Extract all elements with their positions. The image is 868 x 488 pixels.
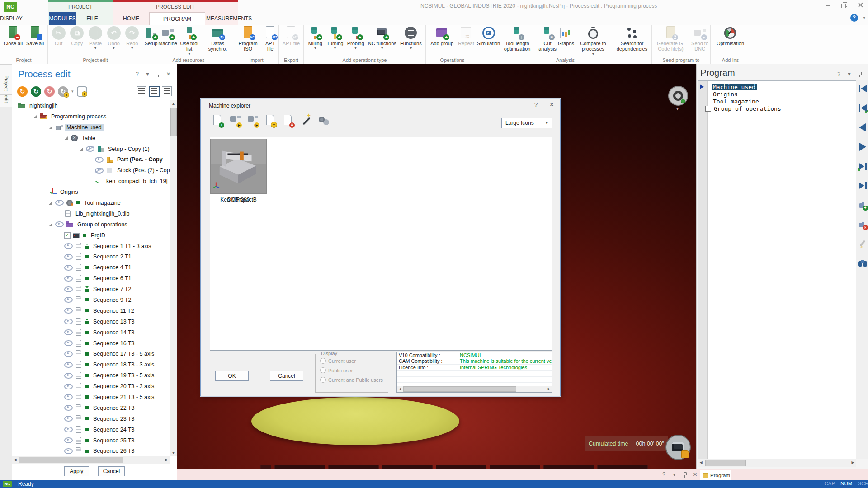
- dropdown-arrow-icon[interactable]: ▾: [189, 52, 190, 56]
- tree-row[interactable]: Sequence 18 T3 - 3 axis: [12, 359, 170, 370]
- visibility-eye-icon[interactable]: [55, 200, 64, 206]
- visibility-eye-icon[interactable]: [64, 276, 73, 282]
- dialog-tool-icon[interactable]: [282, 114, 295, 128]
- dialog-tool-icon[interactable]: [212, 114, 224, 128]
- node-label[interactable]: Sequence 2 T1: [91, 253, 133, 260]
- node-label[interactable]: Sequence 16 T3: [91, 340, 137, 347]
- tree-row[interactable]: Setup - Copy (1): [12, 144, 170, 155]
- node-label[interactable]: Part (Pos. - Copy: [115, 156, 165, 163]
- ribbon-button[interactable]: Cut analysis ▾: [537, 26, 558, 52]
- program-node-label[interactable]: Origins: [712, 91, 739, 98]
- program-help-icon[interactable]: ?: [836, 71, 842, 77]
- viewport-close-icon[interactable]: ✕: [692, 472, 698, 478]
- tree-horizontal-scrollbar[interactable]: ◀▶: [12, 456, 170, 464]
- tree-row[interactable]: PrgID: [12, 230, 170, 241]
- tree-row[interactable]: Sequence 4 T1: [12, 262, 170, 273]
- tree-row[interactable]: ken_compact_b_tch_19[: [12, 176, 170, 187]
- program-tool-icon[interactable]: [857, 239, 868, 249]
- ribbon-button[interactable]: Compare to processes ▾: [574, 26, 613, 56]
- ribbon-tab[interactable]: PROGRAM: [149, 12, 205, 25]
- ribbon-button[interactable]: Optimisation ▾: [717, 26, 744, 46]
- visibility-eye-icon[interactable]: [64, 329, 73, 335]
- ribbon-button[interactable]: Copy ▾: [69, 26, 85, 46]
- node-label[interactable]: Sequence 14 T3: [91, 329, 137, 336]
- visibility-eye-icon[interactable]: [64, 394, 73, 400]
- tree-row[interactable]: Sequence 1 T1 - 3 axis: [12, 241, 170, 252]
- tree-row[interactable]: Part (Pos. - Copy: [12, 154, 170, 165]
- expander-icon[interactable]: [80, 147, 83, 151]
- viewport-help-icon[interactable]: ?: [661, 472, 667, 478]
- table-horizontal-scrollbar[interactable]: ◀▶: [397, 386, 552, 392]
- node-label[interactable]: Sequence 11 T2: [91, 307, 136, 314]
- tree-row[interactable]: Sequence 20 T3 - 3 axis: [12, 381, 170, 392]
- ribbon-button[interactable]: Send to DNC ▾: [689, 26, 710, 52]
- program-tool-icon[interactable]: [857, 123, 868, 132]
- ribbon-button[interactable]: Tool length optimization ▾: [498, 26, 537, 52]
- program-menu-icon[interactable]: ▾: [846, 71, 852, 77]
- tree-row[interactable]: Sequence 11 T2: [12, 305, 170, 316]
- node-label[interactable]: Sequence 22 T3: [91, 404, 137, 412]
- node-label[interactable]: Sequence 25 T3: [91, 437, 137, 444]
- tree-row[interactable]: Sequence 9 T2: [12, 295, 170, 305]
- restore-button[interactable]: [841, 2, 847, 8]
- tree-row[interactable]: Stock (Pos. (2) - Cop: [12, 165, 170, 176]
- view-details-icon[interactable]: [149, 86, 159, 96]
- program-tool-icon[interactable]: [857, 259, 868, 268]
- display-option[interactable]: Current user: [320, 358, 388, 364]
- expander-icon[interactable]: [49, 223, 52, 226]
- program-tool-icon[interactable]: [857, 181, 868, 190]
- panel-pin-icon[interactable]: [155, 71, 161, 77]
- tree-row[interactable]: Sequence 2 T1: [12, 251, 170, 262]
- tree-row[interactable]: Group of operations: [12, 219, 170, 230]
- ribbon-button[interactable]: APT file ▾: [283, 26, 300, 46]
- node-label[interactable]: Sequence 9 T2: [91, 296, 133, 304]
- dropdown-arrow-icon[interactable]: ▾: [314, 47, 316, 51]
- program-tree-row[interactable]: Origins: [698, 90, 856, 98]
- tree-row[interactable]: Sequence 7 T2: [12, 284, 170, 295]
- tree-row[interactable]: Sequence 23 T3: [12, 413, 170, 424]
- ribbon-button[interactable]: Search for dependencies ▾: [613, 26, 651, 52]
- radio-icon[interactable]: [320, 367, 326, 373]
- ribbon-button[interactable]: Milling ▾: [307, 26, 323, 51]
- tree-row[interactable]: Tool magazine: [12, 197, 170, 208]
- visibility-eye-icon[interactable]: [64, 448, 73, 454]
- expand-plus-icon[interactable]: [705, 106, 711, 112]
- node-label[interactable]: Sequence 7 T2: [91, 286, 133, 293]
- refresh-red-icon[interactable]: [44, 86, 55, 97]
- dropdown-arrow-icon[interactable]: ▾: [592, 52, 594, 56]
- program-tool-icon[interactable]: [857, 220, 868, 229]
- program-node-label[interactable]: Machine used: [712, 84, 757, 90]
- expander-icon[interactable]: [49, 126, 52, 129]
- dialog-tool-icon[interactable]: [229, 114, 242, 128]
- ribbon-button[interactable]: NC functions ▾: [368, 26, 396, 51]
- ribbon-button[interactable]: Program ISO ▾: [234, 26, 262, 52]
- visibility-eye-icon[interactable]: [64, 427, 73, 432]
- ribbon-button[interactable]: Undo ▾: [106, 26, 122, 51]
- node-label[interactable]: Sequence 21 T3 - 5 axis: [91, 394, 156, 401]
- tree-row[interactable]: Sequence 16 T3: [12, 338, 170, 349]
- apply-button[interactable]: Apply: [64, 466, 89, 476]
- program-tool-icon[interactable]: [857, 162, 868, 171]
- radio-icon[interactable]: [320, 377, 326, 383]
- visibility-eye-icon[interactable]: [64, 243, 73, 249]
- visibility-eye-icon[interactable]: [64, 416, 73, 422]
- ribbon-tab[interactable]: DISPLAY: [0, 12, 23, 25]
- dialog-tool-icon[interactable]: [317, 114, 330, 128]
- ribbon-button[interactable]: Generate G-Code file(s) ▾: [652, 26, 689, 52]
- node-label[interactable]: Table: [80, 135, 97, 142]
- node-label[interactable]: Sequence 26 T3: [91, 447, 137, 455]
- program-bottom-tab[interactable]: Program: [700, 470, 731, 480]
- node-label[interactable]: Sequence 4 T1: [91, 264, 133, 271]
- tree-row[interactable]: Table: [12, 133, 170, 144]
- program-tool-icon[interactable]: [857, 201, 868, 210]
- viewport-settings-caret-icon[interactable]: ▼: [675, 107, 679, 111]
- tree-row[interactable]: Sequence 24 T3: [12, 424, 170, 435]
- program-node-label[interactable]: Group of operations: [712, 105, 783, 112]
- tree-row[interactable]: Sequence 21 T3 - 5 axis: [12, 392, 170, 403]
- nc-panel-icon[interactable]: [665, 435, 691, 460]
- frame-settings-icon[interactable]: [77, 86, 87, 97]
- dialog-tool-icon[interactable]: [264, 114, 277, 128]
- node-label[interactable]: Sequence 18 T3 - 3 axis: [91, 361, 156, 368]
- ribbon-button[interactable]: Redo ▾: [124, 26, 140, 51]
- viewport-menu-icon[interactable]: ▾: [671, 472, 677, 478]
